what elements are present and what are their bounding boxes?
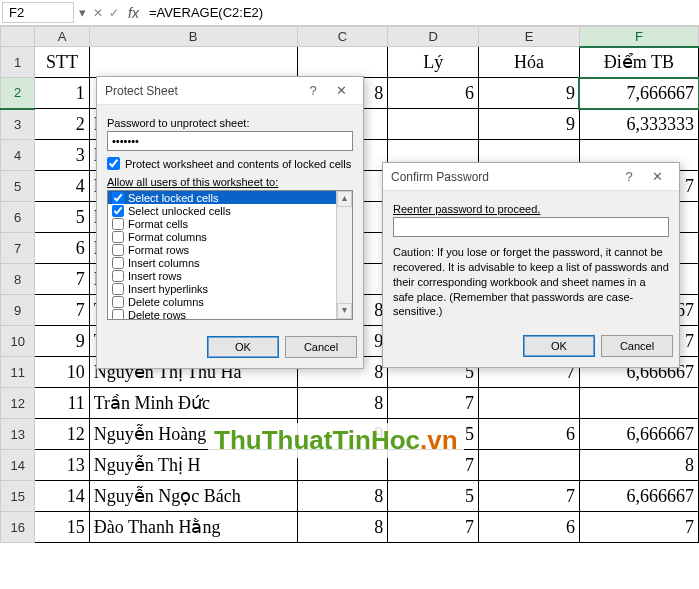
fx-icon[interactable]: fx	[122, 5, 145, 21]
row-header[interactable]: 15	[1, 481, 35, 512]
name-box-dropdown-icon[interactable]: ▾	[74, 5, 90, 20]
permissions-list[interactable]: Select locked cellsSelect unlocked cells…	[107, 190, 353, 320]
cell[interactable]: 6,666667	[579, 419, 698, 450]
cell[interactable]: 13	[35, 450, 89, 481]
permission-checkbox[interactable]	[112, 205, 124, 217]
cell[interactable]: 9	[297, 419, 388, 450]
cell[interactable]: Lý	[388, 47, 479, 78]
accept-formula-icon[interactable]: ✓	[106, 6, 122, 20]
permission-item[interactable]: Insert columns	[108, 256, 352, 269]
row-header[interactable]: 9	[1, 295, 35, 326]
cell[interactable]: 1	[35, 78, 89, 109]
cell[interactable]: 8	[579, 450, 698, 481]
scrollbar[interactable]: ▴ ▾	[336, 191, 352, 319]
cell[interactable]: 9	[35, 326, 89, 357]
cell[interactable]: 7	[388, 388, 479, 419]
cell[interactable]: Trần Minh Đức	[89, 388, 297, 419]
row-header[interactable]: 12	[1, 388, 35, 419]
cell[interactable]: Nguyễn Ngọc Bách	[89, 481, 297, 512]
cell[interactable]: 3	[35, 140, 89, 171]
scroll-up-icon[interactable]: ▴	[337, 191, 352, 207]
cell[interactable]: Nguyễn Hoàng	[89, 419, 297, 450]
scroll-down-icon[interactable]: ▾	[337, 303, 352, 319]
cell[interactable]: 7,666667	[579, 78, 698, 109]
permission-item[interactable]: Format columns	[108, 230, 352, 243]
permission-item[interactable]: Select locked cells	[108, 191, 352, 204]
row-header[interactable]: 14	[1, 450, 35, 481]
protect-checkbox[interactable]: Protect worksheet and contents of locked…	[107, 157, 353, 170]
cell[interactable]: 5	[388, 419, 479, 450]
permission-checkbox[interactable]	[112, 218, 124, 230]
permission-item[interactable]: Insert rows	[108, 269, 352, 282]
row-header[interactable]: 4	[1, 140, 35, 171]
permission-item[interactable]: Format rows	[108, 243, 352, 256]
cell[interactable]: 5	[388, 481, 479, 512]
cell[interactable]: 9	[479, 109, 580, 140]
permission-checkbox[interactable]	[112, 257, 124, 269]
permission-item[interactable]: Select unlocked cells	[108, 204, 352, 217]
cell[interactable]: 8	[297, 512, 388, 543]
row-header[interactable]: 10	[1, 326, 35, 357]
cell[interactable]: 5	[35, 202, 89, 233]
cell[interactable]: 6	[479, 419, 580, 450]
cell[interactable]: 8	[297, 481, 388, 512]
cancel-button[interactable]: Cancel	[285, 336, 357, 358]
protect-checkbox-input[interactable]	[107, 157, 120, 170]
cell[interactable]: 4	[35, 171, 89, 202]
ok-button[interactable]: OK	[523, 335, 595, 357]
ok-button[interactable]: OK	[207, 336, 279, 358]
row-header[interactable]: 16	[1, 512, 35, 543]
cell[interactable]: 7	[388, 512, 479, 543]
cancel-button[interactable]: Cancel	[601, 335, 673, 357]
cell[interactable]: 6	[35, 233, 89, 264]
cell[interactable]: 7	[35, 295, 89, 326]
cell[interactable]: 15	[35, 512, 89, 543]
permission-checkbox[interactable]	[112, 231, 124, 243]
help-icon[interactable]: ?	[299, 80, 327, 101]
name-box[interactable]	[2, 2, 74, 23]
cell[interactable]: 6	[388, 78, 479, 109]
cell[interactable]: 7	[479, 481, 580, 512]
cell[interactable]: Điểm TB	[579, 47, 698, 78]
close-icon[interactable]: ✕	[643, 166, 671, 187]
cell[interactable]	[297, 47, 388, 78]
permission-checkbox[interactable]	[112, 309, 124, 321]
cell[interactable]: 2	[35, 109, 89, 140]
row-header[interactable]: 7	[1, 233, 35, 264]
cancel-formula-icon[interactable]: ✕	[90, 6, 106, 20]
cell[interactable]: 14	[35, 481, 89, 512]
row-header[interactable]: 6	[1, 202, 35, 233]
cell[interactable]: 7	[388, 450, 479, 481]
col-header[interactable]: D	[388, 27, 479, 47]
permission-item[interactable]: Delete columns	[108, 295, 352, 308]
close-icon[interactable]: ✕	[327, 80, 355, 101]
col-header[interactable]: E	[479, 27, 580, 47]
cell[interactable]: 8	[297, 388, 388, 419]
select-all-corner[interactable]	[1, 27, 35, 47]
permission-checkbox[interactable]	[112, 296, 124, 308]
cell[interactable]	[388, 109, 479, 140]
cell[interactable]: 6,333333	[579, 109, 698, 140]
col-header[interactable]: C	[297, 27, 388, 47]
permission-item[interactable]: Format cells	[108, 217, 352, 230]
password-field[interactable]	[107, 131, 353, 151]
permission-item[interactable]: Insert hyperlinks	[108, 282, 352, 295]
col-header[interactable]: F	[579, 27, 698, 47]
help-icon[interactable]: ?	[615, 166, 643, 187]
cell[interactable]: 9	[479, 78, 580, 109]
cell[interactable]: STT	[35, 47, 89, 78]
col-header[interactable]: B	[89, 27, 297, 47]
cell[interactable]	[479, 450, 580, 481]
row-header[interactable]: 2	[1, 78, 35, 109]
cell[interactable]	[89, 47, 297, 78]
cell[interactable]: Nguyễn Thị H	[89, 450, 297, 481]
row-header[interactable]: 3	[1, 109, 35, 140]
col-header[interactable]: A	[35, 27, 89, 47]
confirm-password-field[interactable]	[393, 217, 669, 237]
row-header[interactable]: 8	[1, 264, 35, 295]
permission-checkbox[interactable]	[112, 192, 124, 204]
cell[interactable]: 6,666667	[579, 481, 698, 512]
cell[interactable]: 11	[35, 388, 89, 419]
cell[interactable]: 7	[35, 264, 89, 295]
cell[interactable]: 12	[35, 419, 89, 450]
